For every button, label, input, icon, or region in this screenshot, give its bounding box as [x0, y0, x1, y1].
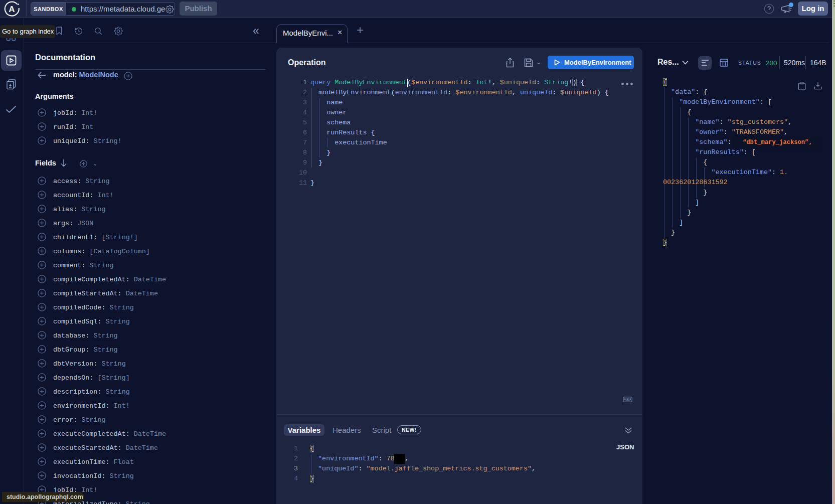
svg-text:A: A	[9, 5, 15, 14]
